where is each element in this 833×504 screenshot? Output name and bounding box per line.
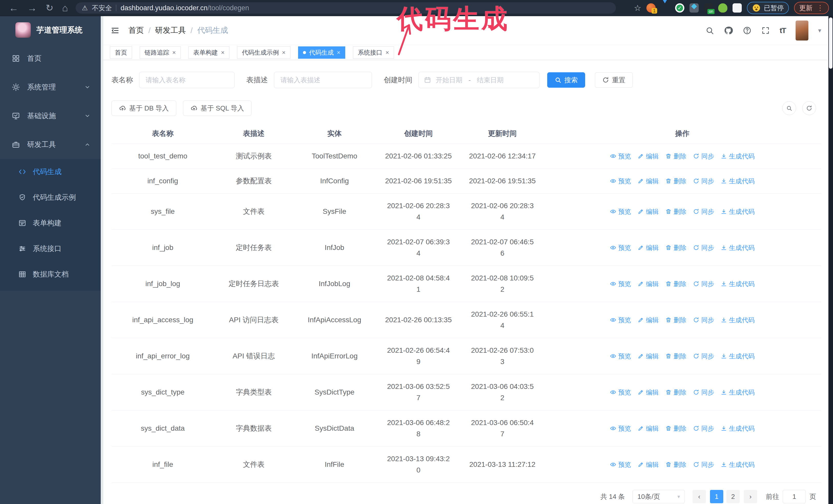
generate-action[interactable]: 生成代码 [721,242,755,253]
reset-button[interactable]: 重置 [595,72,633,88]
page-button-1[interactable]: 1 [710,490,723,503]
sync-action[interactable]: 同步 [693,175,714,187]
close-icon[interactable]: × [221,49,224,56]
generate-action[interactable]: 生成代码 [721,278,755,289]
delete-action[interactable]: 删除 [665,387,686,398]
sidebar-item-db-doc[interactable]: 数据库文档 [0,262,101,287]
fullscreen-icon[interactable] [761,26,770,35]
chevron-down-icon[interactable]: ▾ [818,27,821,34]
delete-action[interactable]: 删除 [665,175,686,187]
preview-action[interactable]: 预览 [610,314,631,326]
close-icon[interactable]: × [337,49,340,56]
column-header[interactable]: 表名称 [112,125,214,144]
tab-system-api[interactable]: 系统接口× [353,46,394,59]
delete-action[interactable]: 删除 [665,459,686,470]
address-bar[interactable]: ⚠ 不安全 dashboard.yudao.iocoder.cn/tool/co… [76,2,616,14]
extension-icon[interactable] [661,3,670,13]
sidebar-item-home[interactable]: 首页 [0,44,101,73]
edit-action[interactable]: 编辑 [638,278,659,289]
close-icon[interactable]: × [172,49,176,56]
import-db-button[interactable]: 基于 DB 导入 [112,100,176,116]
tab-codegen[interactable]: 代码生成× [298,46,345,59]
edit-action[interactable]: 编辑 [638,206,659,217]
delete-action[interactable]: 删除 [665,150,686,162]
column-header[interactable]: 表描述 [214,125,293,144]
sidebar-item-system[interactable]: 系统管理 [0,73,101,101]
sync-action[interactable]: 同步 [693,150,714,162]
extension-icon[interactable] [689,3,699,13]
font-size-icon[interactable]: tT [780,26,786,35]
tab-tracing[interactable]: 链路追踪× [140,46,181,59]
refresh-table-button[interactable] [802,101,816,115]
generate-action[interactable]: 生成代码 [721,459,755,470]
sync-action[interactable]: 同步 [693,206,714,217]
edit-action[interactable]: 编辑 [638,351,659,362]
preview-action[interactable]: 预览 [610,423,631,434]
chrome-update-button[interactable]: 更新 ⋮ [794,2,829,14]
tab-home[interactable]: 首页 [110,46,132,59]
edit-action[interactable]: 编辑 [638,150,659,162]
close-icon[interactable]: × [385,49,389,56]
preview-action[interactable]: 预览 [610,278,631,289]
sidebar-item-codegen-example[interactable]: 代码生成示例 [0,185,101,210]
toggle-search-button[interactable] [782,101,796,115]
preview-action[interactable]: 预览 [610,459,631,470]
user-avatar[interactable] [795,21,808,41]
generate-action[interactable]: 生成代码 [721,175,755,187]
tab-codegen-example[interactable]: 代码生成示例× [237,46,290,59]
import-sql-button[interactable]: 基于 SQL 导入 [183,100,252,116]
sync-action[interactable]: 同步 [693,314,714,326]
generate-action[interactable]: 生成代码 [721,206,755,217]
column-header[interactable]: 更新时间 [461,125,543,144]
delete-action[interactable]: 删除 [665,351,686,362]
window-scrollbar[interactable] [828,16,833,504]
reload-icon[interactable]: ↻ [46,3,53,13]
extension-icon[interactable]: 1 [646,3,656,13]
delete-action[interactable]: 删除 [665,206,686,217]
goto-page-input[interactable] [783,490,806,503]
sync-action[interactable]: 同步 [693,278,714,289]
delete-action[interactable]: 删除 [665,278,686,289]
sidebar-item-form-builder[interactable]: 表单构建 [0,210,101,236]
github-icon[interactable] [724,26,733,35]
home-icon[interactable]: ⌂ [62,3,68,14]
preview-action[interactable]: 预览 [610,387,631,398]
scrollbar-thumb[interactable] [829,18,832,69]
sync-action[interactable]: 同步 [693,242,714,253]
sidebar-item-devtools[interactable]: 研发工具 [0,130,101,159]
tab-form-builder[interactable]: 表单构建× [188,46,230,59]
page-size-select[interactable]: 10条/页 ▾ [633,490,685,503]
edit-action[interactable]: 编辑 [638,314,659,326]
preview-action[interactable]: 预览 [610,206,631,217]
extensions-puzzle-icon[interactable] [733,3,742,13]
page-button-2[interactable]: 2 [727,490,740,503]
sidebar-item-system-api[interactable]: 系统接口 [0,236,101,262]
forward-icon[interactable]: → [27,3,37,14]
sidebar-item-codegen[interactable]: 代码生成 [0,159,101,185]
extension-icon[interactable] [718,3,728,13]
close-icon[interactable]: × [282,49,286,56]
generate-action[interactable]: 生成代码 [721,387,755,398]
delete-action[interactable]: 删除 [665,242,686,253]
generate-action[interactable]: 生成代码 [721,351,755,362]
edit-action[interactable]: 编辑 [638,459,659,470]
generate-action[interactable]: 生成代码 [721,423,755,434]
extension-icon[interactable]: ✓ [675,3,684,13]
generate-action[interactable]: 生成代码 [721,150,755,162]
table-desc-input[interactable] [274,72,372,88]
collapse-sidebar-icon[interactable] [111,26,120,35]
search-button[interactable]: 搜索 [547,72,585,88]
prev-page-button[interactable]: ‹ [693,490,706,503]
edit-action[interactable]: 编辑 [638,387,659,398]
edit-action[interactable]: 编辑 [638,242,659,253]
delete-action[interactable]: 删除 [665,314,686,326]
edit-action[interactable]: 编辑 [638,423,659,434]
column-header[interactable]: 创建时间 [376,125,461,144]
preview-action[interactable]: 预览 [610,351,631,362]
delete-action[interactable]: 删除 [665,423,686,434]
sync-action[interactable]: 同步 [693,423,714,434]
breadcrumb-devtools[interactable]: 研发工具 [155,25,186,35]
generate-action[interactable]: 生成代码 [721,314,755,326]
sync-action[interactable]: 同步 [693,351,714,362]
column-header[interactable]: 实体 [293,125,376,144]
